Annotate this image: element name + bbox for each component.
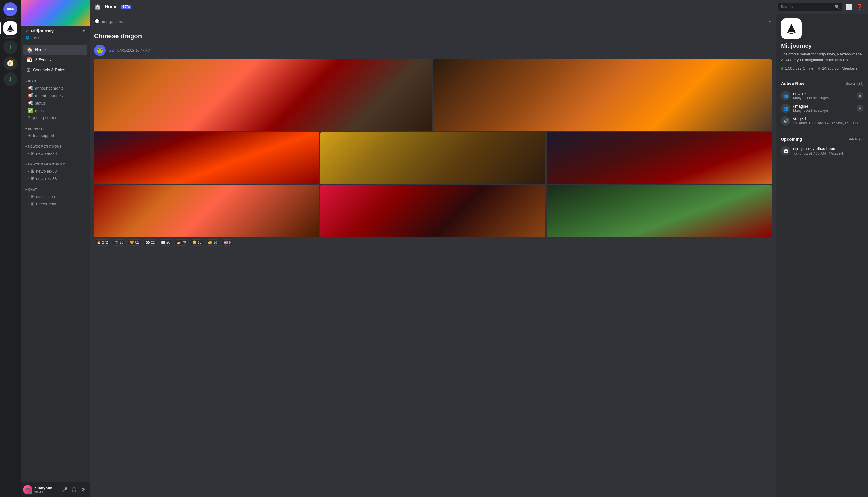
newbies-88-collapse — [28, 177, 29, 180]
author-avatar: 🐸 — [94, 44, 106, 56]
members-count: 14,968,654 Members — [822, 66, 857, 70]
active-user-imagine[interactable]: 👥 /imagine Many recent messages ▶ — [781, 102, 864, 115]
reaction-envelope-count: 20 — [166, 240, 170, 244]
newbies-88-icon: ⊞ — [31, 176, 34, 181]
dragon-image-5[interactable] — [546, 132, 771, 184]
sidebar-item-channels-roles[interactable]: ⊞ Channels & Roles — [23, 65, 87, 75]
stage1-info: stage-1 13_Amiri, 15021865367, abdeva, a… — [793, 117, 864, 125]
home-nav-icon: 🏠 — [26, 46, 33, 53]
server-stats: 1,505,377 Online 14,968,654 Members — [781, 66, 864, 70]
reaction-thumbsup[interactable]: 👍 79 — [174, 239, 188, 246]
reaction-eyes[interactable]: 👀 22 — [143, 239, 157, 246]
category-support-header[interactable]: SUPPORT — [21, 123, 90, 131]
channel-sidebar: ✓ Midjourney ▾ 🌐 Public 🏠 Home 📅 2 Event… — [21, 0, 90, 497]
online-count: 1,505,377 Online — [785, 66, 813, 70]
trial-support-icon: ⊞ — [28, 133, 31, 138]
dragon-image-1[interactable] — [94, 59, 432, 131]
author-avatar-emoji: 🐸 — [97, 47, 103, 54]
user-tag: #8514 — [34, 490, 59, 494]
settings-button[interactable]: ⚙ — [79, 485, 87, 494]
server-name[interactable]: ✓ Midjourney — [25, 28, 54, 33]
dragon-image-8[interactable] — [546, 185, 771, 237]
event-time: Tomorrow at 7:30 AM · @stage-1 — [793, 152, 843, 155]
reaction-flag-count: 9 — [229, 240, 231, 244]
reaction-heart-count: 81 — [135, 240, 139, 244]
download-apps-button[interactable]: ⬇ — [3, 72, 17, 86]
dragon-image-6[interactable] — [94, 185, 319, 237]
verified-icon: ✓ — [25, 28, 29, 33]
server-banner — [21, 0, 90, 26]
discord-home-icon[interactable] — [3, 2, 17, 16]
category-info-header[interactable]: INFO — [21, 75, 90, 84]
dragon-image-2[interactable] — [433, 59, 771, 131]
newbies-58-icon: ⊞ — [31, 168, 34, 174]
stage1-avatar-icon: 🔊 — [783, 119, 788, 123]
channel-announcements[interactable]: 📢 announcements — [23, 84, 87, 91]
recent-chat-icon: ⊞ — [31, 201, 34, 207]
reaction-flag[interactable]: 🇺🇸 9 — [221, 239, 234, 246]
right-panel-server-name: Midjourney — [781, 43, 864, 49]
user-name: sunnybun... — [34, 486, 59, 490]
channel-recent-chat[interactable]: ⊞ recent-chat — [23, 200, 87, 208]
category-newcomer-rooms-2-header[interactable]: NEWCOMER ROOMS 2 — [21, 158, 90, 167]
reaction-party[interactable]: 🥳 26 — [205, 239, 220, 246]
mute-button[interactable]: 🎤 — [61, 485, 69, 494]
channel-discussion[interactable]: ⊞ discussion — [23, 193, 87, 200]
sidebar-item-home[interactable]: 🏠 Home — [23, 45, 87, 55]
channel-status[interactable]: 📢 status — [23, 99, 87, 106]
midjourney-server-icon[interactable] — [3, 21, 17, 35]
dragon-image-3[interactable] — [94, 132, 319, 184]
sidebar-item-events[interactable]: 📅 2 Events — [23, 55, 87, 65]
event-niji-office-hours[interactable]: 📅 niji · journey office hours Tomorrow a… — [781, 145, 864, 157]
channel-newbies-88[interactable]: ⊞ newbies-88 — [23, 175, 87, 182]
image-grid-top — [94, 59, 771, 131]
search-bar[interactable]: Search 🔍 — [778, 3, 842, 11]
see-all-upcoming[interactable]: See all (2) — [848, 137, 864, 141]
see-all-active[interactable]: See all (34) — [846, 82, 864, 86]
reaction-envelope-emoji: ✉️ — [161, 240, 165, 244]
help-button[interactable]: ❓ — [855, 3, 864, 11]
newbie-action-icon: ▶ — [856, 92, 864, 99]
newbies-28-collapse — [28, 152, 29, 155]
category-chat-header[interactable]: CHAT — [21, 183, 90, 193]
reaction-smile[interactable]: 😊 13 — [190, 239, 204, 246]
author-name[interactable]: ZZ — [109, 48, 114, 53]
reaction-fire[interactable]: 🔥 272 — [94, 239, 111, 246]
discussion-collapse — [28, 195, 29, 198]
reaction-heart[interactable]: 🧡 81 — [127, 239, 142, 246]
channel-trial-support[interactable]: ⊞ trial-support — [23, 132, 87, 139]
channel-recent-changes[interactable]: 📢 recent-changes — [23, 92, 87, 99]
reaction-eyes-count: 22 — [151, 240, 155, 244]
active-user-stage1[interactable]: 🔊 stage-1 13_Amiri, 15021865367, abdeva,… — [781, 115, 864, 127]
top-bar: 🏠 Home BETA Search 🔍 ⬜ ❓ — [90, 0, 868, 14]
channel-newbies-58[interactable]: ⊞ newbies-58 — [23, 168, 87, 175]
channel-getting-started[interactable]: # getting-started — [23, 114, 87, 121]
imagine-avatar: 👥 — [781, 104, 790, 113]
search-placeholder: Search — [781, 4, 793, 9]
dragon-image-7[interactable] — [320, 185, 545, 237]
server-header-info: ✓ Midjourney ▾ 🌐 Public — [21, 26, 90, 42]
channel-rules[interactable]: ✅ rules — [23, 107, 87, 114]
server-divider-2 — [6, 37, 15, 38]
imagine-action-icon: ▶ — [856, 105, 864, 112]
newbie-info: newbie Many recent messages — [793, 91, 854, 100]
online-dot — [781, 67, 783, 70]
deafen-button[interactable]: 🎧 — [70, 485, 78, 494]
dragon-image-4[interactable] — [320, 132, 545, 184]
explore-servers-button[interactable]: 🧭 — [3, 56, 17, 70]
inbox-button[interactable]: ⬜ — [845, 3, 853, 11]
add-server-button[interactable]: + — [3, 40, 17, 54]
event-calendar-icon: 📅 — [781, 146, 790, 155]
reaction-heart-emoji: 🧡 — [130, 240, 134, 244]
category-newcomer-rooms-header[interactable]: NEWCOMER ROOMS — [21, 140, 90, 150]
active-user-newbie[interactable]: 👥 newbie Many recent messages ▶ — [781, 89, 864, 102]
reaction-envelope[interactable]: ✉️ 20 — [159, 239, 173, 246]
discussion-icon: ⊞ — [31, 194, 34, 199]
channel-list: 🏠 Home 📅 2 Events ⊞ Channels & Roles INF… — [21, 42, 90, 482]
reaction-camera[interactable]: 📸 26 — [112, 239, 126, 246]
category-newcomer-rooms-arrow — [25, 145, 27, 148]
channel-more-button[interactable]: ··· — [767, 18, 771, 25]
channel-newbies-28[interactable]: ⊞ newbies-28 — [23, 150, 87, 157]
getting-started-icon: # — [28, 115, 30, 120]
server-menu-chevron[interactable]: ▾ — [83, 28, 85, 33]
